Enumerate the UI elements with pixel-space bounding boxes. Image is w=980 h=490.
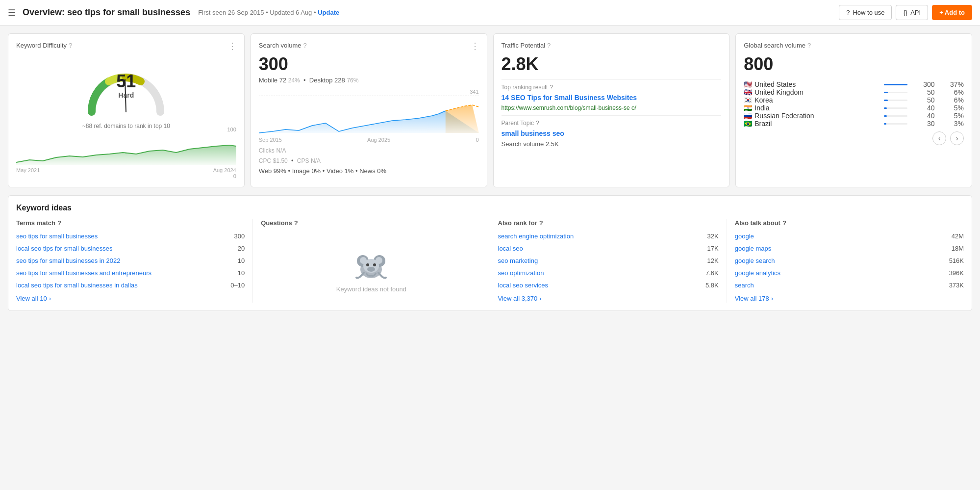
ki-row: local seo 17K [498,245,719,252]
ki-row: seo tips for small businesses in 2022 10 [16,257,245,264]
gsv-bar-cell [881,96,910,104]
ki-empty-text: Keyword ideas not found [336,285,406,293]
tp-ranking-url[interactable]: https://www.semrush.com/blog/small-busin… [502,104,636,111]
ki-volume: 300 [234,232,245,240]
gsv-help-icon[interactable]: ? [807,42,811,49]
tp-sv-value: 2.5K [546,140,559,148]
ki-also-rank-col: Also rank for ? search engine optimizati… [490,219,727,303]
gsv-bar-track [884,123,907,125]
ki-keyword-link[interactable]: seo optimization [498,269,544,277]
sv-area-chart-svg [259,96,479,135]
also-rank-help-icon[interactable]: ? [539,219,543,227]
gsv-country: Korea [754,96,881,104]
sv-mobile-pct: 24% [288,77,300,84]
sv-clicks-row: Clicks N/A [259,147,479,154]
ki-terms-match-title: Terms match ? [16,219,245,227]
ki-keyword-link[interactable]: google maps [735,245,771,252]
sv-chart-labels: Sep 2015 Aug 2025 0 [259,137,479,143]
gsv-bar-fill [884,92,888,93]
ki-row: seo optimization 7.6K [498,269,719,277]
ki-keyword-link[interactable]: local seo tips for small businesses in d… [16,282,138,289]
add-to-button[interactable]: + Add to [932,5,972,20]
sv-help-icon[interactable]: ? [303,42,306,49]
gsv-volume: 800 [744,54,964,75]
ki-row: google search 516K [735,257,964,264]
sv-desktop-count: 228 [334,77,345,84]
ki-talk-view-all[interactable]: View all 178 › [735,295,964,302]
ki-volume: 516K [949,257,964,264]
ki-volume: 42M [952,232,964,240]
ki-keyword-link[interactable]: seo tips for small businesses [16,232,98,240]
tp-ranking-title[interactable]: 14 SEO Tips for Small Business Websites [502,94,722,102]
sv-clicks-value: N/A [276,147,286,154]
tp-ranking-help-icon[interactable]: ? [550,84,553,91]
topbar: ☰ Overview: seo tips for small businesse… [0,0,980,26]
gauge-label: Hard [116,91,136,99]
gsv-bar-track [884,92,907,93]
ki-keyword-link[interactable]: google [735,232,754,240]
gsv-nav: ‹ › [744,131,964,145]
ki-rank-view-all[interactable]: View all 3,370 › [498,295,719,302]
ki-terms-match-col: Terms match ? seo tips for small busines… [16,219,253,303]
ki-volume: 10 [238,257,245,264]
ki-row: google analytics 396K [735,269,964,277]
search-volume-card: Search volume ? ⋮ 300 Mobile 72 24% • De… [251,33,487,187]
ki-keyword-link[interactable]: search [735,282,754,289]
ki-volume: 5.8K [705,282,719,289]
ki-keyword-link[interactable]: local seo [498,245,523,252]
terms-match-help-icon[interactable]: ? [57,219,61,227]
cards-row: Keyword Difficulty ? ⋮ [8,33,972,187]
sv-stats: Clicks N/A CPC $1.50 • CPS N/A Web 99% •… [259,147,479,175]
kd-menu-icon[interactable]: ⋮ [228,41,237,52]
ki-volume: 373K [949,282,964,289]
gsv-prev-button[interactable]: ‹ [932,131,946,145]
tp-help-icon[interactable]: ? [547,42,551,49]
tp-sv: Search volume 2.5K [502,140,722,148]
ki-keyword-link[interactable]: seo tips for small businesses and entrep… [16,269,151,277]
ki-keyword-link[interactable]: google search [735,257,775,264]
gsv-flag: 🇺🇸 [744,80,754,88]
kd-chart-min: 0 [16,173,236,179]
gsv-bar-track [884,84,907,85]
ki-title: Keyword ideas [16,204,964,212]
ki-keyword-link[interactable]: seo tips for small businesses in 2022 [16,257,120,264]
api-button[interactable]: {} API [896,5,928,20]
tp-parent-topic[interactable]: small business seo [502,129,564,137]
gsv-flag: 🇧🇷 [744,120,754,128]
ki-also-talk-col: Also talk about ? google 42M google maps… [727,219,964,303]
sv-split: Mobile 72 24% • Desktop 228 76% [259,77,479,84]
ki-keyword-link[interactable]: local seo services [498,282,549,289]
how-to-use-button[interactable]: ? How to use [839,5,892,20]
traffic-potential-card: Traffic Potential ? 2.8K Top ranking res… [493,33,730,187]
ki-keyword-link[interactable]: local seo tips for small businesses [16,245,113,252]
ki-row: google 42M [735,232,964,240]
update-link[interactable]: Update [318,9,339,16]
tp-divider [502,79,722,80]
ki-row: local seo services 5.8K [498,282,719,289]
main-content: Keyword Difficulty ? ⋮ [0,26,980,319]
gauge-sub: ~88 ref. domains to rank in top 10 [16,123,236,129]
gsv-volume: 40 [910,104,935,112]
kd-chart-start: May 2021 [16,167,40,173]
sv-menu-icon[interactable]: ⋮ [471,41,480,52]
sv-cpc-row: CPC $1.50 • CPS N/A [259,157,479,164]
menu-icon[interactable]: ☰ [8,7,16,18]
tp-parent-help-icon[interactable]: ? [536,120,539,127]
gsv-next-button[interactable]: › [950,131,964,145]
sv-chart-container: 341 [259,89,479,143]
svg-point-11 [360,257,367,264]
gsv-bar-cell [881,80,910,88]
sv-chart-min: 0 [476,137,478,143]
keyword-difficulty-card: Keyword Difficulty ? ⋮ [8,33,245,187]
ki-keyword-link[interactable]: google analytics [735,269,780,277]
questions-help-icon[interactable]: ? [294,219,298,227]
gsv-country: India [754,104,881,112]
ki-keyword-link[interactable]: search engine optimization [498,232,574,240]
gsv-volume: 40 [910,112,935,120]
ki-rank-list: search engine optimization 32K local seo… [498,232,719,289]
also-talk-help-icon[interactable]: ? [782,219,786,227]
kd-help-icon[interactable]: ? [69,42,72,49]
ki-terms-view-all[interactable]: View all 10 › [16,295,245,302]
svg-point-10 [367,267,375,272]
ki-keyword-link[interactable]: seo marketing [498,257,538,264]
